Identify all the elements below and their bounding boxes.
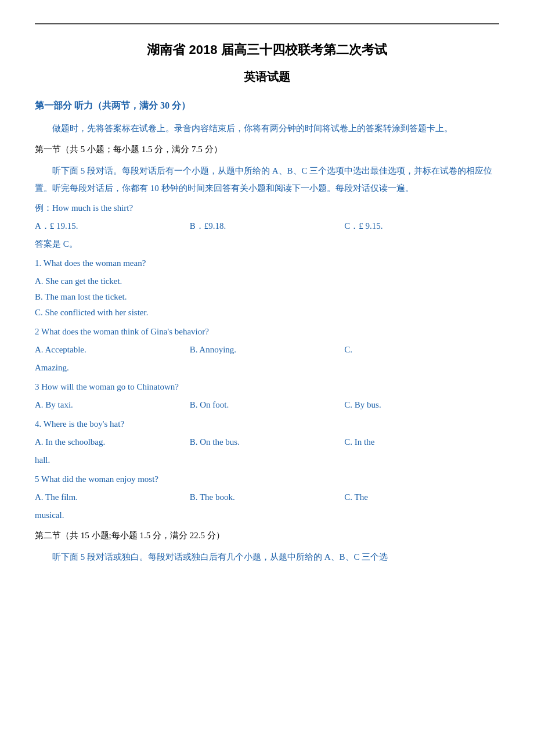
q1-option-a: A. She can get the ticket. <box>35 273 499 289</box>
node2-label: 第二节（共 15 小题;每小题 1.5 分，满分 22.5 分） <box>35 528 499 543</box>
section1-title: 第一部分 听力（共两节，满分 30 分） <box>35 98 499 114</box>
q5-option-c: C. The <box>344 489 499 505</box>
q4-options-row: A. In the schoolbag. B. On the bus. C. I… <box>35 434 499 450</box>
node1-instruction: 听下面 5 段对话。每段对话后有一个小题，从题中所给的 A、B、C 三个选项中选… <box>35 162 499 197</box>
question-2: 2 What does the woman think of Gina's be… <box>35 324 499 340</box>
q5-option-a: A. The film. <box>35 489 190 505</box>
q1-option-c: C. She conflicted with her sister. <box>35 305 499 321</box>
top-divider <box>35 23 499 24</box>
q2-option-a: A. Acceptable. <box>35 342 190 358</box>
question-5: 5 What did the woman enjoy most? <box>35 471 499 487</box>
q4-option-a: A. In the schoolbag. <box>35 434 190 450</box>
sub-title: 英语试题 <box>35 66 499 87</box>
q1-options: A. She can get the ticket. B. The man lo… <box>35 273 499 321</box>
main-title: 湖南省 2018 届高三十四校联考第二次考试 <box>35 38 499 62</box>
example-answer: 答案是 C。 <box>35 236 499 252</box>
q2-overflow: Amazing. <box>35 360 499 376</box>
q5-option-b: B. The book. <box>190 489 345 505</box>
q3-option-b: B. On foot. <box>190 397 345 413</box>
q2-option-b: B. Annoying. <box>190 342 345 358</box>
q3-option-a: A. By taxi. <box>35 397 190 413</box>
section1-instruction: 做题时，先将答案标在试卷上。录音内容结束后，你将有两分钟的时间将试卷上的答案转涂… <box>35 120 499 137</box>
example-options: A．£ 19.15. B．£9.18. C．£ 9.15. <box>35 218 499 234</box>
example-option-a: A．£ 19.15. <box>35 218 190 234</box>
q4-option-b: B. On the bus. <box>190 434 345 450</box>
q5-options-row: A. The film. B. The book. C. The <box>35 489 499 505</box>
q4-overflow: hall. <box>35 452 499 468</box>
question-4: 4. Where is the boy's hat? <box>35 416 499 432</box>
node2-instruction: 听下面 5 段对话或独白。每段对话或独白后有几个小题，从题中所给的 A、B、C … <box>35 548 499 566</box>
q3-options-row: A. By taxi. B. On foot. C. By bus. <box>35 397 499 413</box>
q2-options-row: A. Acceptable. B. Annoying. C. <box>35 342 499 358</box>
example-question: 例：How much is the shirt? <box>35 200 499 216</box>
q5-overflow: musical. <box>35 507 499 523</box>
q3-option-c: C. By bus. <box>344 397 499 413</box>
question-1: 1. What does the woman mean? <box>35 255 499 271</box>
example-option-b: B．£9.18. <box>190 218 345 234</box>
node1-label: 第一节（共 5 小题；每小题 1.5 分，满分 7.5 分） <box>35 142 499 157</box>
q4-option-c: C. In the <box>344 434 499 450</box>
example-option-c: C．£ 9.15. <box>344 218 499 234</box>
q2-option-c: C. <box>344 342 499 358</box>
q1-option-b: B. The man lost the ticket. <box>35 289 499 305</box>
question-3: 3 How will the woman go to Chinatown? <box>35 379 499 395</box>
